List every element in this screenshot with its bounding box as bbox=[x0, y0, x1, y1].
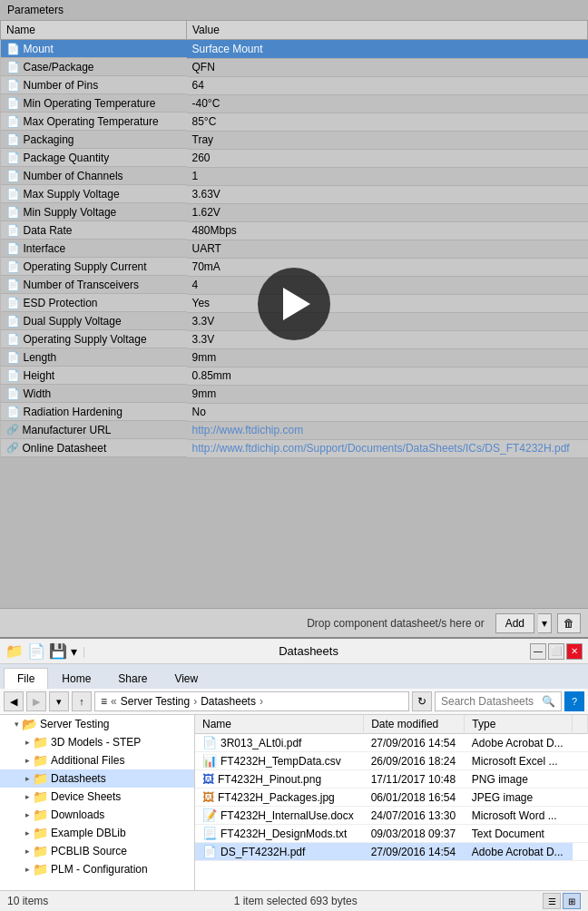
expand-arrow-icon: ▸ bbox=[25, 847, 30, 856]
table-row[interactable]: 📄Number of Pins64 bbox=[1, 76, 588, 94]
dropdown-arrow-button[interactable]: ▾ bbox=[49, 691, 69, 711]
table-row[interactable]: 📄MountSurface Mount bbox=[1, 40, 588, 59]
table-row[interactable]: 📄Min Operating Temperature-40°C bbox=[1, 94, 588, 113]
tree-item-plm---configuration[interactable]: ▸📁PLM - Configuration bbox=[0, 860, 194, 878]
param-value: http://www.ftdichip.com bbox=[187, 421, 588, 439]
table-row[interactable]: 📄Radiation HardeningNo bbox=[1, 403, 588, 421]
doc-icon: 📄 bbox=[6, 279, 20, 291]
file-row[interactable]: 📝FT4232H_InternalUse.docx24/07/2016 13:3… bbox=[195, 807, 588, 825]
doc-icon: 📄 bbox=[6, 206, 20, 219]
tree-item-example-dblib[interactable]: ▸📁Example DBLib bbox=[0, 824, 194, 842]
explorer-titlebar: 📁 📄 💾 ▾ | Datasheets — ⬜ ✕ bbox=[0, 639, 588, 664]
table-row[interactable]: 📄Max Supply Voltage3.63V bbox=[1, 185, 588, 203]
table-row[interactable]: 📄InterfaceUART bbox=[1, 240, 588, 258]
file-type: Text Document bbox=[465, 825, 573, 843]
delete-button[interactable]: 🗑 bbox=[557, 613, 581, 633]
link-icon: 🔗 bbox=[6, 442, 19, 454]
jpg-file-icon: 🖼 bbox=[202, 790, 214, 804]
parameters-table: Name Value 📄MountSurface Mount📄Case/Pack… bbox=[0, 20, 588, 458]
param-name: Number of Channels bbox=[24, 170, 123, 182]
details-view-button[interactable]: ☰ bbox=[543, 893, 561, 909]
large-icons-view-button[interactable]: ⊞ bbox=[563, 893, 581, 909]
table-row[interactable]: 📄Max Operating Temperature85°C bbox=[1, 113, 588, 131]
doc-icon: 📄 bbox=[6, 79, 20, 92]
table-row[interactable]: 📄Package Quantity260 bbox=[1, 149, 588, 167]
forward-button[interactable]: ▶ bbox=[26, 691, 46, 711]
refresh-button[interactable]: ↻ bbox=[412, 691, 432, 711]
param-value: -40°C bbox=[187, 94, 588, 113]
minimize-button[interactable]: — bbox=[530, 643, 546, 660]
table-row[interactable]: 📄Min Supply Voltage1.62V bbox=[1, 203, 588, 221]
doc-icon: 📄 bbox=[6, 133, 20, 146]
table-row[interactable]: 📄Number of Channels1 bbox=[1, 167, 588, 185]
doc-icon: 📄 bbox=[6, 188, 20, 201]
file-name: FT4232H_Pinout.png bbox=[218, 773, 321, 786]
file-col-name[interactable]: Name bbox=[195, 715, 364, 734]
table-row[interactable]: 📄Data Rate480Mbps bbox=[1, 221, 588, 240]
file-modified: 27/09/2016 14:54 bbox=[364, 843, 465, 861]
param-value: QFN bbox=[187, 58, 588, 76]
tree-item-device-sheets[interactable]: ▸📁Device Sheets bbox=[0, 788, 194, 806]
folder-icon: 📁 bbox=[33, 735, 48, 749]
table-row[interactable]: 🔗Online Datasheethttp://www.ftdichip.com… bbox=[1, 439, 588, 457]
path-part-server-testing[interactable]: Server Testing bbox=[121, 695, 190, 708]
table-row[interactable]: 📄PackagingTray bbox=[1, 131, 588, 149]
expand-arrow-icon: ▸ bbox=[25, 792, 30, 801]
table-row[interactable]: 📄Height0.85mm bbox=[1, 367, 588, 385]
help-button[interactable]: ? bbox=[564, 691, 584, 711]
tree-item-additional-files[interactable]: ▸📁Additional Files bbox=[0, 751, 194, 769]
tree-item-server-testing[interactable]: ▾📂Server Testing bbox=[0, 715, 194, 733]
file-row[interactable]: 🖼FT4232H_Packages.jpg06/01/2018 16:54JPE… bbox=[195, 789, 588, 807]
close-button[interactable]: ✕ bbox=[566, 643, 583, 660]
ribbon-tab-view[interactable]: View bbox=[161, 668, 211, 689]
file-row[interactable]: 🖼FT4232H_Pinout.png17/11/2017 10:48PNG i… bbox=[195, 770, 588, 789]
search-input[interactable] bbox=[441, 695, 538, 708]
tree-item-datasheets[interactable]: ▸📁Datasheets bbox=[0, 769, 194, 788]
file-type: Adobe Acrobat D... bbox=[465, 843, 573, 861]
video-play-button[interactable] bbox=[258, 268, 330, 340]
delete-icon: 🗑 bbox=[564, 617, 574, 630]
table-row[interactable]: 📄Case/PackageQFN bbox=[1, 58, 588, 76]
ribbon-tab-share[interactable]: Share bbox=[104, 668, 161, 689]
table-row[interactable]: 📄Width9mm bbox=[1, 385, 588, 403]
table-row[interactable]: 📄Length9mm bbox=[1, 348, 588, 367]
file-row[interactable]: 📄3R013_ALt0i.pdf27/09/2016 14:54Adobe Ac… bbox=[195, 734, 588, 752]
file-modified: 24/07/2016 13:30 bbox=[364, 807, 465, 825]
expand-arrow-icon: ▸ bbox=[25, 865, 30, 874]
back-button[interactable]: ◀ bbox=[4, 691, 24, 711]
file-col-date-modified[interactable]: Date modified bbox=[364, 715, 465, 734]
explorer-title: Datasheets bbox=[87, 644, 530, 658]
tree-item-pcblib-source[interactable]: ▸📁PCBLIB Source bbox=[0, 842, 194, 860]
restore-button[interactable]: ⬜ bbox=[548, 643, 564, 660]
folder-icon: 📁 bbox=[33, 808, 48, 822]
param-value: Tray bbox=[187, 131, 588, 149]
file-name: 3R013_ALt0i.pdf bbox=[220, 737, 301, 749]
up-button[interactable]: ↑ bbox=[72, 691, 92, 711]
scroll-col-header bbox=[573, 715, 588, 734]
param-value: 70mA bbox=[187, 258, 588, 276]
ribbon-tab-file[interactable]: File bbox=[4, 668, 48, 690]
tree-item-label: Server Testing bbox=[40, 718, 109, 730]
file-row[interactable]: 📊FT4232H_TempData.csv26/09/2016 18:24Mic… bbox=[195, 752, 588, 770]
tree-item-3d-models---step[interactable]: ▸📁3D Models - STEP bbox=[0, 733, 194, 751]
add-button[interactable]: Add bbox=[495, 613, 534, 633]
folder-icon: 📁 bbox=[33, 789, 48, 804]
file-row[interactable]: 📄DS_FT4232H.pdf27/09/2016 14:54Adobe Acr… bbox=[195, 843, 588, 861]
doc-icon: 📄 bbox=[6, 387, 20, 400]
file-col-type[interactable]: Type bbox=[465, 715, 573, 734]
path-part-datasheets[interactable]: Datasheets bbox=[201, 695, 256, 708]
play-triangle-icon bbox=[283, 288, 310, 320]
ribbon-tab-home[interactable]: Home bbox=[48, 668, 104, 689]
search-box: 🔍 bbox=[435, 691, 562, 711]
expand-arrow-icon: ▸ bbox=[25, 756, 30, 765]
tree-item-downloads[interactable]: ▸📁Downloads bbox=[0, 806, 194, 824]
param-name: Online Datasheet bbox=[23, 442, 107, 455]
add-dropdown-button[interactable]: ▾ bbox=[538, 613, 552, 633]
titlebar-icons: 📁 📄 💾 ▾ | bbox=[5, 642, 87, 660]
file-row[interactable]: 📃FT4232H_DesignMods.txt09/03/2018 09:37T… bbox=[195, 825, 588, 843]
expand-arrow-icon: ▾ bbox=[15, 720, 19, 729]
doc-icon: 📄 bbox=[6, 297, 20, 309]
col-header-value: Value bbox=[187, 21, 588, 40]
table-row[interactable]: 🔗Manufacturer URLhttp://www.ftdichip.com bbox=[1, 421, 588, 439]
file-modified: 26/09/2016 18:24 bbox=[364, 752, 465, 770]
